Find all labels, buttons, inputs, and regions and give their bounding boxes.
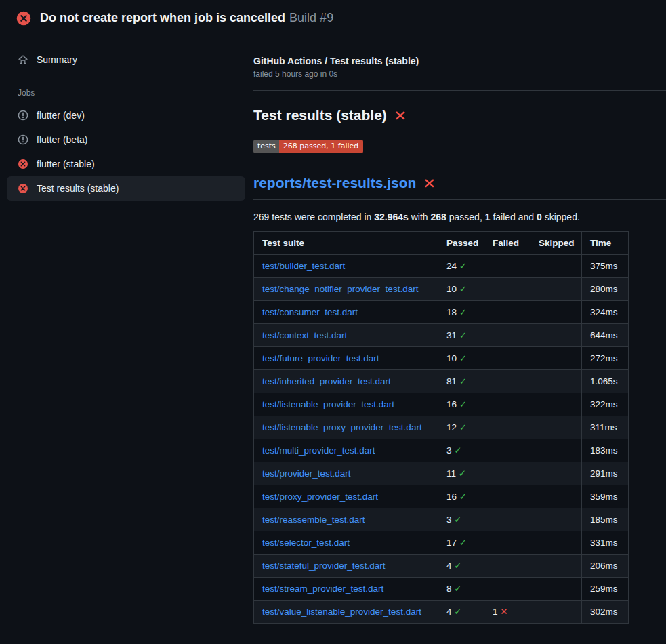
- summary-failed-count: 1: [485, 212, 491, 222]
- failed-cell: [484, 578, 530, 601]
- failed-cell: [484, 370, 530, 393]
- table-row: test/future_provider_test.dart10 ✓272ms: [254, 347, 629, 370]
- test-suite-link[interactable]: test/change_notifier_provider_test.dart: [262, 284, 418, 294]
- summary-label: Summary: [37, 54, 77, 65]
- skipped-cell: [530, 462, 582, 485]
- check-icon: ✓: [459, 307, 467, 317]
- run-meta: failed 5 hours ago in 0s: [253, 69, 666, 79]
- sidebar-item-flutter-dev[interactable]: flutter (dev): [7, 103, 245, 127]
- suite-cell: test/multi_provider_test.dart: [254, 439, 438, 462]
- time-cell: 375ms: [582, 255, 629, 278]
- test-suite-link[interactable]: test/builder_test.dart: [262, 261, 345, 271]
- time-cell: 302ms: [582, 601, 629, 624]
- check-icon: ✓: [459, 491, 467, 502]
- test-suite-link[interactable]: test/value_listenable_provider_test.dart: [262, 607, 421, 617]
- suite-cell: test/builder_test.dart: [254, 255, 438, 278]
- check-icon: ✓: [459, 284, 467, 294]
- table-row: test/inherited_provider_test.dart81 ✓1.0…: [254, 370, 629, 393]
- test-suite-link[interactable]: test/multi_provider_test.dart: [262, 445, 375, 456]
- failed-cell: [484, 531, 530, 555]
- test-suite-link[interactable]: test/consumer_test.dart: [262, 307, 358, 317]
- test-suite-link[interactable]: test/stream_provider_test.dart: [262, 584, 383, 594]
- time-cell: 259ms: [582, 578, 629, 601]
- main-content: GitHub Actions / Test results (stable) f…: [253, 30, 666, 624]
- summary-line: 269 tests were completed in 32.964s with…: [253, 212, 666, 222]
- home-icon: [18, 54, 28, 65]
- skipped-cell: [530, 324, 582, 347]
- sidebar-item-flutter-beta[interactable]: flutter (beta): [7, 127, 245, 152]
- report-file-link[interactable]: reports/test-results.json: [253, 175, 416, 191]
- test-suite-link[interactable]: test/selector_test.dart: [262, 538, 350, 548]
- failed-cell: [484, 324, 530, 347]
- test-suite-link[interactable]: test/listenable_proxy_provider_test.dart: [262, 422, 422, 432]
- skipped-cell: [530, 278, 582, 301]
- check-icon: ✓: [454, 445, 461, 456]
- test-suite-link[interactable]: test/listenable_provider_test.dart: [262, 399, 394, 409]
- failed-cell: [484, 347, 530, 370]
- failed-cell: [484, 555, 530, 578]
- table-header-row: Test suite Passed Failed Skipped Time: [254, 232, 629, 255]
- failed-cell: [484, 301, 530, 324]
- time-cell: 280ms: [582, 278, 629, 301]
- suite-cell: test/change_notifier_provider_test.dart: [254, 278, 438, 301]
- job-label: flutter (dev): [37, 110, 85, 121]
- test-suite-link[interactable]: test/reassemble_test.dart: [262, 515, 365, 525]
- time-cell: 183ms: [582, 439, 629, 462]
- passed-cell: 4 ✓: [438, 555, 484, 578]
- check-icon: ✓: [459, 330, 467, 340]
- test-suite-link[interactable]: test/inherited_provider_test.dart: [262, 376, 391, 386]
- cancelled-icon: [18, 110, 28, 121]
- job-label: Test results (stable): [37, 183, 119, 194]
- time-cell: 359ms: [582, 485, 629, 508]
- test-suite-link[interactable]: test/future_provider_test.dart: [262, 353, 379, 363]
- time-cell: 185ms: [582, 508, 629, 531]
- time-cell: 272ms: [582, 347, 629, 370]
- summary-skipped-count: 0: [537, 212, 542, 222]
- time-cell: 324ms: [582, 301, 629, 324]
- passed-cell: 81 ✓: [438, 370, 484, 393]
- section-title: Test results (stable) ✕: [253, 107, 666, 123]
- check-icon: ✓: [454, 515, 461, 525]
- column-header-time: Time: [582, 232, 629, 255]
- suite-cell: test/future_provider_test.dart: [254, 347, 438, 370]
- failed-cell: [484, 485, 530, 508]
- test-suite-link[interactable]: test/context_test.dart: [262, 330, 347, 340]
- sidebar-item-flutter-stable[interactable]: flutter (stable): [7, 152, 245, 176]
- suite-cell: test/stateful_provider_test.dart: [254, 555, 438, 578]
- breadcrumb: GitHub Actions / Test results (stable): [253, 56, 666, 66]
- summary-text: passed,: [446, 212, 485, 222]
- passed-cell: 16 ✓: [438, 485, 484, 508]
- test-suite-link[interactable]: test/proxy_provider_test.dart: [262, 491, 378, 502]
- test-results-table: Test suite Passed Failed Skipped Time te…: [253, 231, 629, 624]
- test-suite-link[interactable]: test/stateful_provider_test.dart: [262, 561, 386, 571]
- test-suite-link[interactable]: test/provider_test.dart: [262, 468, 351, 479]
- skipped-cell: [530, 531, 582, 555]
- run-title-wrap: Do not create report when job is cancell…: [40, 11, 333, 26]
- suite-cell: test/proxy_provider_test.dart: [254, 485, 438, 508]
- run-failed-status-icon: [16, 11, 31, 26]
- table-row: test/reassemble_test.dart3 ✓185ms: [254, 508, 629, 531]
- summary-text: skipped.: [542, 212, 580, 222]
- column-header-failed: Failed: [484, 232, 530, 255]
- page-layout: Summary Jobs flutter (dev) flut: [0, 30, 666, 624]
- passed-cell: 24 ✓: [438, 255, 484, 278]
- passed-cell: 12 ✓: [438, 416, 484, 439]
- skipped-cell: [530, 416, 582, 439]
- skipped-cell: [530, 255, 582, 278]
- badge-value: 268 passed, 1 failed: [279, 140, 363, 153]
- check-icon: ✓: [454, 607, 461, 617]
- summary-duration: 32.964s: [374, 212, 409, 222]
- sidebar-item-test-results-stable[interactable]: Test results (stable): [7, 176, 245, 201]
- failed-cell: [484, 255, 530, 278]
- failed-cell: 1 ✕: [484, 601, 530, 624]
- passed-cell: 3 ✓: [438, 508, 484, 531]
- sidebar-item-summary[interactable]: Summary: [7, 47, 245, 72]
- job-label: flutter (beta): [37, 134, 87, 145]
- check-icon: ✓: [454, 584, 461, 594]
- skipped-cell: [530, 347, 582, 370]
- check-icon: ✓: [454, 561, 461, 571]
- skipped-cell: [530, 601, 582, 624]
- passed-cell: 10 ✓: [438, 347, 484, 370]
- jobs-heading: Jobs: [7, 72, 245, 103]
- run-title: Do not create report when job is cancell…: [40, 11, 285, 24]
